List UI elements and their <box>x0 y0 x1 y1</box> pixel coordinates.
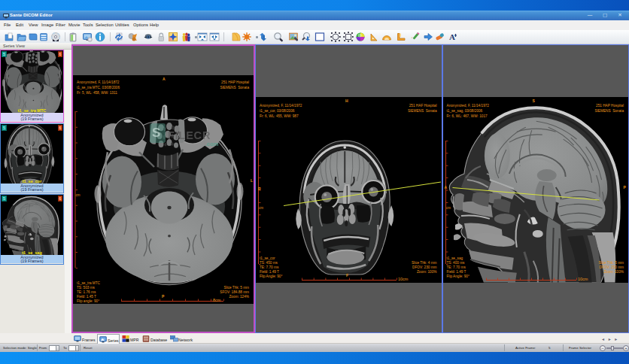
svg-text:10cm: 10cm <box>398 277 409 281</box>
svg-text:10cm: 10cm <box>578 277 588 281</box>
svg-text:cm: cm <box>446 206 451 210</box>
svg-text:cm: cm <box>76 193 81 197</box>
svg-text:cm: cm <box>259 206 263 210</box>
svg-text:A: A <box>449 32 455 41</box>
